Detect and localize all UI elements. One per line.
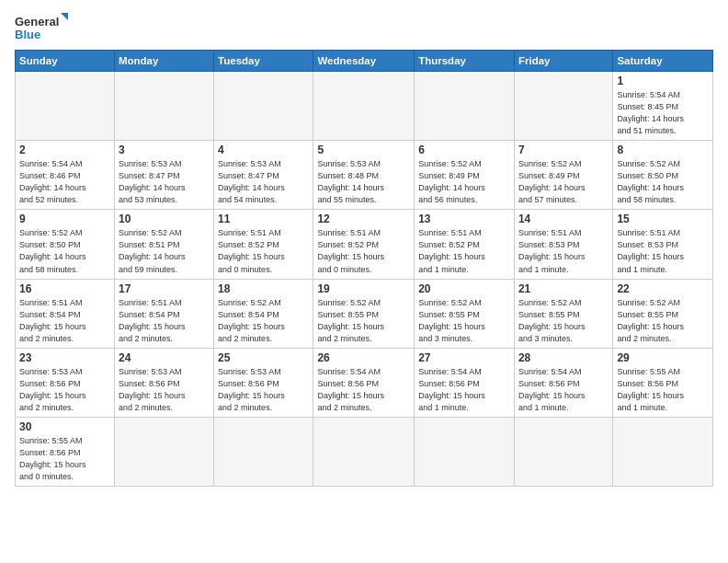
calendar-cell	[16, 72, 115, 141]
calendar-week-row-3: 16Sunrise: 5:51 AM Sunset: 8:54 PM Dayli…	[16, 279, 713, 348]
calendar-header-friday: Friday	[514, 51, 612, 72]
calendar-cell: 16Sunrise: 5:51 AM Sunset: 8:54 PM Dayli…	[16, 279, 115, 348]
calendar-header-sunday: Sunday	[16, 51, 115, 72]
day-number: 6	[418, 144, 510, 156]
day-number: 19	[317, 282, 410, 295]
day-info: Sunrise: 5:51 AM Sunset: 8:53 PM Dayligh…	[617, 227, 709, 275]
day-number: 1	[617, 75, 709, 87]
day-info: Sunrise: 5:51 AM Sunset: 8:54 PM Dayligh…	[119, 297, 210, 345]
day-info: Sunrise: 5:51 AM Sunset: 8:54 PM Dayligh…	[19, 297, 110, 345]
calendar-cell	[514, 72, 612, 141]
day-info: Sunrise: 5:52 AM Sunset: 8:50 PM Dayligh…	[617, 158, 709, 206]
calendar-cell: 8Sunrise: 5:52 AM Sunset: 8:50 PM Daylig…	[613, 141, 713, 210]
day-number: 4	[218, 144, 309, 156]
calendar-cell: 12Sunrise: 5:51 AM Sunset: 8:52 PM Dayli…	[313, 210, 415, 279]
day-info: Sunrise: 5:52 AM Sunset: 8:55 PM Dayligh…	[317, 297, 410, 345]
calendar-header-saturday: Saturday	[613, 51, 713, 72]
calendar-header-row: SundayMondayTuesdayWednesdayThursdayFrid…	[16, 51, 713, 72]
calendar-week-row-0: 1Sunrise: 5:54 AM Sunset: 8:45 PM Daylig…	[16, 72, 713, 141]
calendar-cell: 6Sunrise: 5:52 AM Sunset: 8:49 PM Daylig…	[415, 141, 515, 210]
calendar-header-monday: Monday	[114, 51, 213, 72]
calendar-cell	[415, 72, 515, 141]
day-info: Sunrise: 5:52 AM Sunset: 8:55 PM Dayligh…	[617, 297, 709, 345]
day-number: 21	[518, 282, 609, 295]
logo: General Blue	[15, 11, 70, 44]
calendar-cell: 30Sunrise: 5:55 AM Sunset: 8:56 PM Dayli…	[16, 417, 115, 486]
calendar-cell	[114, 72, 213, 141]
day-number: 18	[218, 282, 309, 295]
calendar-cell	[214, 72, 313, 141]
day-info: Sunrise: 5:51 AM Sunset: 8:52 PM Dayligh…	[218, 227, 309, 275]
calendar-cell: 13Sunrise: 5:51 AM Sunset: 8:52 PM Dayli…	[415, 210, 515, 279]
day-info: Sunrise: 5:55 AM Sunset: 8:56 PM Dayligh…	[617, 366, 709, 414]
day-number: 30	[19, 420, 110, 433]
calendar-cell: 24Sunrise: 5:53 AM Sunset: 8:56 PM Dayli…	[114, 348, 213, 417]
calendar-week-row-5: 30Sunrise: 5:55 AM Sunset: 8:56 PM Dayli…	[16, 417, 713, 486]
calendar-cell	[313, 417, 415, 486]
day-number: 14	[518, 213, 609, 225]
day-number: 3	[119, 144, 210, 156]
calendar-week-row-4: 23Sunrise: 5:53 AM Sunset: 8:56 PM Dayli…	[16, 348, 713, 417]
day-number: 24	[119, 351, 210, 364]
svg-text:Blue: Blue	[15, 28, 40, 41]
day-info: Sunrise: 5:53 AM Sunset: 8:56 PM Dayligh…	[19, 366, 110, 414]
day-info: Sunrise: 5:52 AM Sunset: 8:49 PM Dayligh…	[518, 158, 609, 206]
svg-marker-2	[61, 13, 68, 20]
calendar-header-wednesday: Wednesday	[313, 51, 415, 72]
calendar-cell: 7Sunrise: 5:52 AM Sunset: 8:49 PM Daylig…	[514, 141, 612, 210]
day-info: Sunrise: 5:53 AM Sunset: 8:56 PM Dayligh…	[218, 366, 309, 414]
day-info: Sunrise: 5:52 AM Sunset: 8:55 PM Dayligh…	[518, 297, 609, 345]
calendar-cell: 15Sunrise: 5:51 AM Sunset: 8:53 PM Dayli…	[613, 210, 713, 279]
calendar-cell: 28Sunrise: 5:54 AM Sunset: 8:56 PM Dayli…	[514, 348, 612, 417]
calendar-cell: 4Sunrise: 5:53 AM Sunset: 8:47 PM Daylig…	[214, 141, 313, 210]
day-info: Sunrise: 5:53 AM Sunset: 8:47 PM Dayligh…	[119, 158, 210, 206]
calendar-cell: 25Sunrise: 5:53 AM Sunset: 8:56 PM Dayli…	[214, 348, 313, 417]
day-number: 10	[119, 213, 210, 225]
day-number: 23	[19, 351, 110, 364]
calendar-week-row-1: 2Sunrise: 5:54 AM Sunset: 8:46 PM Daylig…	[16, 141, 713, 210]
day-info: Sunrise: 5:54 AM Sunset: 8:56 PM Dayligh…	[518, 366, 609, 414]
calendar-cell: 26Sunrise: 5:54 AM Sunset: 8:56 PM Dayli…	[313, 348, 415, 417]
calendar-cell: 22Sunrise: 5:52 AM Sunset: 8:55 PM Dayli…	[613, 279, 713, 348]
day-number: 15	[617, 213, 709, 225]
calendar-cell	[514, 417, 612, 486]
day-number: 28	[518, 351, 609, 364]
day-info: Sunrise: 5:54 AM Sunset: 8:56 PM Dayligh…	[418, 366, 510, 414]
calendar-cell: 11Sunrise: 5:51 AM Sunset: 8:52 PM Dayli…	[214, 210, 313, 279]
day-info: Sunrise: 5:54 AM Sunset: 8:45 PM Dayligh…	[617, 89, 709, 137]
calendar-cell: 21Sunrise: 5:52 AM Sunset: 8:55 PM Dayli…	[514, 279, 612, 348]
day-info: Sunrise: 5:52 AM Sunset: 8:50 PM Dayligh…	[19, 227, 110, 275]
day-info: Sunrise: 5:54 AM Sunset: 8:46 PM Dayligh…	[19, 158, 110, 206]
calendar-cell: 17Sunrise: 5:51 AM Sunset: 8:54 PM Dayli…	[114, 279, 213, 348]
day-info: Sunrise: 5:53 AM Sunset: 8:47 PM Dayligh…	[218, 158, 309, 206]
calendar-cell: 2Sunrise: 5:54 AM Sunset: 8:46 PM Daylig…	[16, 141, 115, 210]
day-number: 22	[617, 282, 709, 295]
day-info: Sunrise: 5:54 AM Sunset: 8:56 PM Dayligh…	[317, 366, 410, 414]
day-number: 9	[19, 213, 110, 225]
calendar-cell: 14Sunrise: 5:51 AM Sunset: 8:53 PM Dayli…	[514, 210, 612, 279]
day-number: 29	[617, 351, 709, 364]
calendar-cell	[313, 72, 415, 141]
calendar-cell	[214, 417, 313, 486]
day-info: Sunrise: 5:55 AM Sunset: 8:56 PM Dayligh…	[19, 435, 110, 483]
day-info: Sunrise: 5:52 AM Sunset: 8:55 PM Dayligh…	[418, 297, 510, 345]
day-info: Sunrise: 5:53 AM Sunset: 8:48 PM Dayligh…	[317, 158, 410, 206]
svg-text:General: General	[15, 15, 59, 29]
calendar-cell: 5Sunrise: 5:53 AM Sunset: 8:48 PM Daylig…	[313, 141, 415, 210]
day-number: 25	[218, 351, 309, 364]
calendar-cell: 18Sunrise: 5:52 AM Sunset: 8:54 PM Dayli…	[214, 279, 313, 348]
day-info: Sunrise: 5:52 AM Sunset: 8:49 PM Dayligh…	[418, 158, 510, 206]
calendar-cell: 29Sunrise: 5:55 AM Sunset: 8:56 PM Dayli…	[613, 348, 713, 417]
day-info: Sunrise: 5:52 AM Sunset: 8:51 PM Dayligh…	[119, 227, 210, 275]
day-number: 17	[119, 282, 210, 295]
day-number: 7	[518, 144, 609, 156]
calendar-week-row-2: 9Sunrise: 5:52 AM Sunset: 8:50 PM Daylig…	[16, 210, 713, 279]
calendar-cell: 10Sunrise: 5:52 AM Sunset: 8:51 PM Dayli…	[114, 210, 213, 279]
day-number: 27	[418, 351, 510, 364]
day-info: Sunrise: 5:53 AM Sunset: 8:56 PM Dayligh…	[119, 366, 210, 414]
day-number: 26	[317, 351, 410, 364]
day-number: 11	[218, 213, 309, 225]
day-info: Sunrise: 5:51 AM Sunset: 8:52 PM Dayligh…	[418, 227, 510, 275]
calendar-cell: 1Sunrise: 5:54 AM Sunset: 8:45 PM Daylig…	[613, 72, 713, 141]
calendar-cell	[415, 417, 515, 486]
